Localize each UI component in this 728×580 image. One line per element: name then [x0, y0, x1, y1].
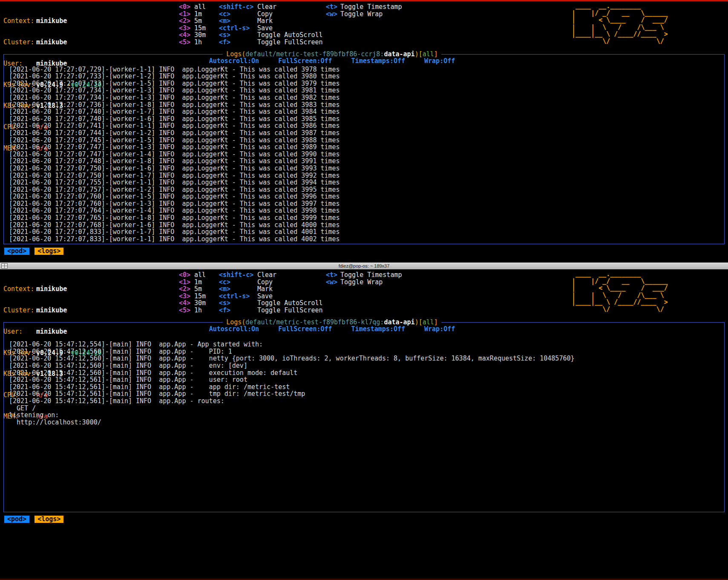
- log-line: [2021-06-20 17:27:07,760]-[worker-1-5] I…: [9, 193, 719, 200]
- hotkey: <m>: [219, 17, 257, 25]
- k9s-header: Context:minikube Cluster:minikube User:m…: [0, 269, 728, 321]
- hotkey: <shift-c>: [219, 3, 257, 11]
- log-line: [2021-06-20 17:27:07,734]-[worker-1-3] I…: [9, 87, 719, 94]
- hotkey-label: 5m: [194, 17, 202, 25]
- log-line: [2021-06-20 17:27:07,733]-[worker-1-2] I…: [9, 73, 719, 80]
- terminal-group-icon[interactable]: [1, 263, 8, 268]
- cluster-row: Cluster:minikube: [3, 307, 102, 314]
- title-pod-path: default/metric-test-f89bfbf86-ccrj8:: [245, 50, 384, 58]
- log-line: [2021-06-20 17:27:07,745]-[worker-1-5] I…: [9, 137, 719, 144]
- log-line: [2021-06-20 17:27:07,760]-[worker-1-3] I…: [9, 200, 719, 208]
- cluster-row: Cluster:minikube: [3, 39, 102, 46]
- hotkey: <0>: [179, 3, 194, 11]
- log-content[interactable]: [2021-06-20 15:47:12,554]-[main] INFO ap…: [4, 333, 724, 426]
- menu-item: <ctrl-s>Save: [219, 293, 323, 300]
- terminal-titlebar[interactable]: fdiez@pop-os: ~ 189x37: [0, 263, 728, 269]
- log-line: [2021-06-20 15:47:12,561]-[main] INFO ap…: [9, 376, 719, 384]
- menu-item: <shift-c>Clear: [219, 3, 323, 11]
- log-line: [2021-06-20 17:27:07,734]-[worker-1-3] I…: [9, 94, 719, 101]
- log-line: [2021-06-20 15:47:12,561]-[main] INFO ap…: [9, 390, 719, 398]
- title-scope: all: [423, 318, 434, 326]
- menu-item: <5>1h: [179, 39, 206, 46]
- hotkey: <f>: [219, 307, 257, 314]
- breadcrumb[interactable]: <pod>: [4, 248, 29, 255]
- title-pod-path: default/metric-test-f89bfbf86-kl7qg:: [245, 318, 384, 326]
- menu-item: <m>Mark: [219, 17, 323, 25]
- log-line: [2021-06-20 17:27:07,765]-[worker-1-8] I…: [9, 214, 719, 222]
- hotkey: <m>: [219, 286, 257, 293]
- hotkey-label: 1m: [194, 10, 202, 18]
- menu-item: <4>30m: [179, 32, 206, 39]
- log-line: [2021-06-20 17:27:07,736]-[worker-1-8] I…: [9, 101, 719, 109]
- menu-time-ranges: <0>all<1>1m<2>5m<3>15m<4>30m<5>1h: [179, 3, 206, 46]
- hotkey-label: 30m: [194, 299, 206, 307]
- hotkey-label: Copy: [257, 10, 273, 18]
- status-indicator: Wrap:Off: [424, 326, 455, 333]
- hotkey-label: Clear: [257, 271, 276, 279]
- hotkey: <1>: [179, 279, 194, 286]
- hotkey: <0>: [179, 271, 194, 279]
- k9s-logo: ____ __.________ | |/ _/ __ \______ | < …: [572, 3, 668, 45]
- hotkey: <s>: [219, 300, 257, 307]
- log-line: [2021-06-20 17:27:07,768]-[worker-1-6] I…: [9, 222, 719, 229]
- hotkey: <t>: [326, 271, 340, 279]
- status-indicator: FullScreen:Off: [278, 58, 332, 65]
- menu-item: <shift-c>Clear: [219, 271, 323, 279]
- log-title-row: Logs(default/metric-test-f89bfbf86-kl7qg…: [4, 319, 660, 326]
- hotkey-label: Copy: [257, 278, 273, 286]
- hotkey-label: Toggle FullScreen: [257, 38, 323, 46]
- menu-toggles: <t>Toggle Timestamp<w>Toggle Wrap: [326, 271, 402, 286]
- log-line: [2021-06-20 15:47:12,560]-[main] INFO ap…: [9, 355, 719, 362]
- hotkey-label: Mark: [257, 17, 273, 25]
- log-line: [2021-06-20 17:27:07,741]-[worker-1-1] I…: [9, 122, 719, 130]
- terminal-title: fdiez@pop-os: ~ 189x37: [339, 263, 390, 269]
- log-line: [2021-06-20 17:27:07,733]-[worker-1-5] I…: [9, 80, 719, 87]
- breadcrumb[interactable]: <logs>: [35, 516, 63, 523]
- log-title: Logs(default/metric-test-f89bfbf86-kl7qg…: [223, 318, 441, 326]
- log-title-row: Logs(default/metric-test-f89bfbf86-ccrj8…: [4, 51, 660, 58]
- title-bracket-open: )[: [415, 50, 423, 58]
- cluster-label: Cluster:: [3, 307, 36, 314]
- log-line: [2021-06-20 17:27:07,755]-[worker-1-1] I…: [9, 179, 719, 186]
- k9s-logo: ____ __.________ | |/ _/ __ \______ | < …: [572, 271, 668, 313]
- hotkey: <c>: [219, 279, 257, 286]
- menu-item: <3>15m: [179, 25, 206, 32]
- breadcrumb[interactable]: <logs>: [35, 248, 63, 255]
- hotkey: <c>: [219, 11, 257, 18]
- title-scope: all: [423, 50, 434, 58]
- context-value: minikube: [36, 285, 67, 293]
- log-line: [2021-06-20 17:27:07,750]-[worker-1-6] I…: [9, 165, 719, 172]
- log-content[interactable]: [2021-06-20 17:27:07,729]-[worker-1-1] I…: [4, 65, 724, 243]
- menu-item: <ctrl-s>Save: [219, 25, 323, 32]
- menu-item: <0>all: [179, 3, 206, 11]
- breadcrumbs: <pod><logs>: [4, 516, 728, 523]
- k9s-header: Context:minikube Cluster:minikube User:m…: [0, 1, 728, 53]
- hotkey-label: Mark: [257, 285, 273, 293]
- log-line: [2021-06-20 17:27:07,833]-[worker-1-7] I…: [9, 228, 719, 236]
- menu-item: <2>5m: [179, 17, 206, 25]
- status-indicator: Autoscroll:On: [209, 58, 259, 65]
- menu-item: <w>Toggle Wrap: [326, 11, 402, 18]
- breadcrumb[interactable]: <pod>: [4, 516, 29, 523]
- log-line: [2021-06-20 15:47:12,561]-[main] INFO ap…: [9, 384, 719, 391]
- hotkey: <5>: [179, 307, 194, 314]
- menu-item: <f>Toggle FullScreen: [219, 39, 323, 46]
- menu-item: <0>all: [179, 271, 206, 279]
- menu-item: <f>Toggle FullScreen: [219, 307, 323, 314]
- menu-item: <c>Copy: [219, 279, 323, 286]
- context-label: Context:: [3, 286, 36, 293]
- log-line: [2021-06-20 17:27:07,764]-[worker-1-4] I…: [9, 207, 719, 214]
- hotkey: <f>: [219, 39, 257, 46]
- hotkey-label: Toggle FullScreen: [257, 306, 323, 314]
- menu-actions: <shift-c>Clear<c>Copy<m>Mark<ctrl-s>Save…: [219, 3, 323, 46]
- hotkey: <5>: [179, 39, 194, 46]
- menu-item: <m>Mark: [219, 286, 323, 293]
- hotkey-label: 15m: [194, 292, 206, 300]
- menu-item: <1>1m: [179, 11, 206, 18]
- log-line: [2021-06-20 17:27:07,747]-[worker-1-4] I…: [9, 151, 719, 158]
- menu-item: <s>Toggle AutoScroll: [219, 32, 323, 39]
- title-bracket-close: ]: [434, 50, 438, 58]
- log-line: [9, 334, 719, 341]
- log-line: [2021-06-20 17:27:07,729]-[worker-1-1] I…: [9, 66, 719, 73]
- menu-item: <w>Toggle Wrap: [326, 279, 402, 286]
